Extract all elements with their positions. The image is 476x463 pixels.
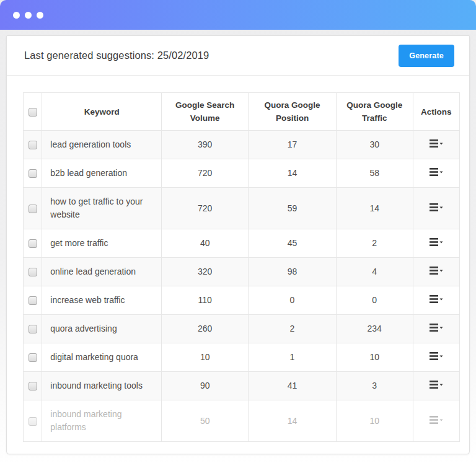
row-actions-menu-button[interactable] [428, 294, 445, 304]
select-all-header-cell [24, 93, 42, 131]
row-actions-menu-button[interactable] [428, 322, 445, 333]
row-select-cell [24, 159, 42, 188]
row-actions-menu-button[interactable] [428, 415, 445, 425]
suggestions-table: Keyword Google Search Volume Quora Googl… [23, 92, 460, 442]
row-checkbox[interactable] [29, 325, 37, 333]
row-google-search-volume: 50 [162, 400, 249, 442]
row-quora-google-position: 0 [249, 286, 337, 315]
row-checkbox[interactable] [29, 353, 37, 362]
row-quora-google-traffic: 58 [336, 159, 413, 188]
select-all-checkbox[interactable] [29, 108, 37, 117]
table-row: inbound marketing platforms 50 14 10 [24, 400, 460, 442]
column-header-quora-google-position: Quora Google Position [249, 93, 337, 131]
row-google-search-volume: 320 [162, 258, 249, 286]
row-keyword: inbound marketing tools [42, 372, 162, 400]
row-quora-google-traffic: 10 [336, 400, 413, 442]
row-keyword: b2b lead generation [42, 159, 162, 188]
table-row: inbound marketing tools 90 41 3 [24, 372, 460, 400]
row-keyword: digital marketing quora [42, 343, 162, 372]
row-quora-google-position: 2 [249, 315, 337, 343]
row-keyword: inbound marketing platforms [42, 400, 162, 442]
row-quora-google-traffic: 3 [336, 372, 413, 400]
window-dot-icon [37, 12, 43, 19]
hamburger-caret-icon [430, 203, 443, 211]
row-actions-cell [413, 315, 459, 343]
hamburger-caret-icon [430, 168, 443, 176]
row-select-cell [24, 400, 42, 442]
row-google-search-volume: 40 [162, 229, 249, 258]
row-quora-google-traffic: 14 [336, 188, 413, 229]
row-quora-google-position: 1 [249, 343, 337, 372]
row-keyword: how to get traffic to your website [42, 188, 162, 229]
row-checkbox[interactable] [29, 169, 37, 178]
row-quora-google-traffic: 234 [336, 315, 413, 343]
row-quora-google-position: 14 [249, 159, 337, 188]
row-quora-google-position: 59 [249, 188, 337, 229]
table-wrap: Keyword Google Search Volume Quora Googl… [7, 76, 469, 442]
column-header-google-search-volume: Google Search Volume [162, 93, 249, 131]
row-select-cell [24, 315, 42, 343]
row-quora-google-traffic: 10 [336, 343, 413, 372]
row-google-search-volume: 10 [162, 343, 249, 372]
row-keyword: increase web traffic [42, 286, 162, 315]
row-checkbox[interactable] [29, 268, 37, 276]
row-select-cell [24, 372, 42, 400]
column-header-keyword: Keyword [42, 93, 162, 131]
column-header-actions: Actions [413, 93, 459, 131]
row-actions-cell [413, 400, 459, 442]
card-header: Last generated suggestions: 25/02/2019 G… [7, 36, 469, 76]
row-checkbox[interactable] [29, 239, 37, 248]
hamburger-caret-icon [430, 352, 443, 360]
row-actions-cell [413, 286, 459, 315]
table-row: lead generation tools 390 17 30 [24, 131, 460, 159]
row-select-cell [24, 258, 42, 286]
row-google-search-volume: 90 [162, 372, 249, 400]
row-actions-cell [413, 343, 459, 372]
row-checkbox[interactable] [29, 141, 37, 149]
table-row: how to get traffic to your website 720 5… [24, 188, 460, 229]
row-google-search-volume: 110 [162, 286, 249, 315]
row-select-cell [24, 188, 42, 229]
row-quora-google-position: 41 [249, 372, 337, 400]
row-actions-menu-button[interactable] [428, 265, 445, 276]
row-checkbox[interactable] [29, 296, 37, 305]
row-actions-cell [413, 258, 459, 286]
hamburger-caret-icon [430, 416, 443, 424]
hamburger-caret-icon [430, 238, 443, 246]
row-keyword: quora advertising [42, 315, 162, 343]
row-keyword: online lead generation [42, 258, 162, 286]
table-row: get more traffic 40 45 2 [24, 229, 460, 258]
row-checkbox[interactable] [29, 382, 37, 390]
window-dot-icon [25, 12, 32, 19]
row-quora-google-traffic: 4 [336, 258, 413, 286]
row-actions-menu-button[interactable] [428, 237, 445, 247]
row-actions-menu-button[interactable] [428, 202, 445, 213]
window-dot-icon [13, 12, 20, 19]
hamburger-caret-icon [430, 381, 443, 389]
row-checkbox[interactable] [29, 417, 37, 426]
row-actions-cell [413, 159, 459, 188]
row-select-cell [24, 131, 42, 159]
generate-button[interactable]: Generate [399, 45, 454, 67]
row-google-search-volume: 720 [162, 159, 249, 188]
row-quora-google-traffic: 2 [336, 229, 413, 258]
row-select-cell [24, 286, 42, 315]
row-select-cell [24, 343, 42, 372]
row-quora-google-position: 14 [249, 400, 337, 442]
row-checkbox[interactable] [29, 205, 37, 213]
suggestions-card: Last generated suggestions: 25/02/2019 G… [6, 35, 470, 454]
row-google-search-volume: 260 [162, 315, 249, 343]
page-title: Last generated suggestions: 25/02/2019 [24, 50, 209, 61]
row-actions-menu-button[interactable] [428, 351, 445, 361]
row-quora-google-position: 17 [249, 131, 337, 159]
row-actions-menu-button[interactable] [428, 138, 445, 149]
row-actions-menu-button[interactable] [428, 379, 445, 390]
browser-titlebar [0, 0, 476, 30]
table-row: quora advertising 260 2 234 [24, 315, 460, 343]
row-actions-cell [413, 131, 459, 159]
page: Last generated suggestions: 25/02/2019 G… [0, 0, 476, 463]
table-row: b2b lead generation 720 14 58 [24, 159, 460, 188]
row-quora-google-position: 98 [249, 258, 337, 286]
row-actions-menu-button[interactable] [428, 167, 445, 177]
row-keyword: lead generation tools [42, 131, 162, 159]
